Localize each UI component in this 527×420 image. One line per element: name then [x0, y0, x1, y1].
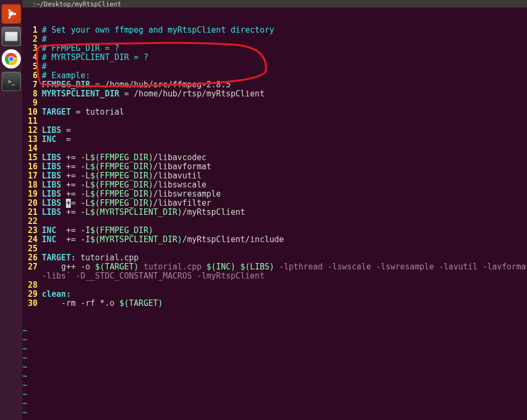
code-line[interactable]: 12LIBS =: [23, 126, 527, 135]
code-line[interactable]: 29clean:: [23, 290, 527, 299]
line-number: 4: [23, 53, 38, 62]
code-line[interactable]: 24INC += -I$(MYRTSPCLIENT_DIR)/myRtspCli…: [23, 235, 527, 244]
line-code: -libs` -D__STDC_CONSTANT_MACROS -lmyRtsp…: [38, 272, 527, 281]
line-code: #: [38, 35, 527, 44]
tilde-marker: ~: [23, 381, 27, 390]
empty-line: ~: [23, 363, 527, 372]
svg-point-6: [9, 57, 14, 62]
code-line[interactable]: 16LIBS += -L$(FFMPEG_DIR)/libavformat: [23, 162, 527, 171]
code-line[interactable]: 19LIBS += -L$(FFMPEG_DIR)/libswresample: [23, 190, 527, 199]
line-number: 3: [23, 44, 38, 53]
chrome-launcher-icon[interactable]: [2, 49, 21, 69]
code-line[interactable]: 30 -rm -rf *.o $(TARGET): [23, 299, 527, 308]
code-line[interactable]: 15LIBS += -L$(FFMPEG_DIR)/libavcodec: [23, 153, 527, 162]
tilde-marker: ~: [23, 372, 27, 381]
code-line[interactable]: 4# MYRTSPCLIENT_DIR = ?: [23, 53, 527, 62]
empty-line: ~: [23, 381, 527, 390]
line-number: 16: [23, 162, 38, 171]
code-line[interactable]: 18LIBS += -L$(FFMPEG_DIR)/libswscale: [23, 181, 527, 190]
empty-line: ~: [23, 326, 527, 335]
line-number: 2: [23, 35, 38, 44]
line-number: 10: [23, 108, 38, 117]
code-line[interactable]: 13INC =: [23, 135, 527, 144]
window-titlebar: :~/Desktop/myRtspClient: [0, 0, 527, 8]
svg-point-1: [14, 13, 16, 15]
text-cursor: +: [66, 199, 71, 208]
code-line[interactable]: 10TARGET = tutorial: [23, 108, 527, 117]
line-number: 13: [23, 135, 38, 144]
dash-icon[interactable]: [2, 4, 21, 24]
code-line[interactable]: 14: [23, 144, 527, 153]
files-launcher-icon[interactable]: [2, 27, 21, 46]
line-code: INC += -I$(MYRTSPCLIENT_DIR)/myRtspClien…: [38, 235, 527, 244]
line-number: 21: [23, 208, 38, 217]
code-line[interactable]: 2#: [23, 35, 527, 44]
line-number: 22: [23, 217, 38, 226]
vim-editor-area[interactable]: 1# Set your own ffmpeg and myRtspClient …: [23, 8, 527, 420]
code-line[interactable]: 7FFMPEG_DIR = /home/hub/src/ffmpeg-2.8.5: [23, 80, 527, 89]
line-code: g++ -o $(TARGET) tutorial.cpp $(INC) $(L…: [38, 262, 527, 272]
empty-line: ~: [23, 417, 527, 420]
code-line[interactable]: 11: [23, 117, 527, 126]
code-line[interactable]: 9: [23, 99, 527, 108]
svg-point-2: [8, 9, 10, 11]
line-code: LIBS += -L$(FFMPEG_DIR)/libavutil: [38, 171, 527, 181]
line-number: 6: [23, 71, 38, 80]
tilde-marker: ~: [23, 326, 27, 335]
line-code: LIBS += -L$(FFMPEG_DIR)/libavfilter: [38, 199, 527, 208]
tilde-marker: ~: [23, 399, 27, 408]
empty-line: ~: [23, 408, 527, 417]
line-number: 7: [23, 80, 38, 89]
tilde-marker: ~: [23, 335, 27, 344]
line-code: #: [38, 62, 527, 71]
line-number: 14: [23, 144, 38, 153]
line-number: 12: [23, 126, 38, 135]
terminal-launcher-icon[interactable]: [2, 72, 21, 91]
line-code: # Example:: [38, 71, 527, 80]
code-line[interactable]: 28: [23, 281, 527, 290]
line-code: TARGET: tutorial.cpp: [38, 253, 527, 262]
line-code: TARGET = tutorial: [38, 108, 527, 117]
code-line[interactable]: 6# Example:: [23, 71, 527, 80]
line-number: 15: [23, 153, 38, 162]
line-code: [38, 117, 527, 126]
code-line[interactable]: 26TARGET: tutorial.cpp: [23, 253, 527, 262]
code-line[interactable]: 21LIBS += -L$(MYRTSPCLIENT_DIR)/myRtspCl…: [23, 208, 527, 217]
line-number: 8: [23, 89, 38, 99]
line-number: 23: [23, 226, 38, 235]
line-number: 28: [23, 281, 38, 290]
line-number: 5: [23, 62, 38, 71]
line-number: 1: [23, 26, 38, 35]
code-line[interactable]: 17LIBS += -L$(FFMPEG_DIR)/libavutil: [23, 171, 527, 181]
tilde-marker: ~: [23, 354, 27, 363]
empty-line: ~: [23, 335, 527, 344]
code-line[interactable]: 27 g++ -o $(TARGET) tutorial.cpp $(INC) …: [23, 262, 527, 272]
line-number: 27: [23, 262, 38, 272]
code-line[interactable]: 20LIBS += -L$(FFMPEG_DIR)/libavfilter: [23, 199, 527, 208]
line-code: LIBS =: [38, 126, 527, 135]
empty-line: ~: [23, 399, 527, 408]
line-code: [38, 244, 527, 253]
empty-line: ~: [23, 372, 527, 381]
code-line[interactable]: 3# FFMPEG_DIR = ?: [23, 44, 527, 53]
code-line[interactable]: 23INC += -I$(FFMPEG_DIR): [23, 226, 527, 235]
code-line[interactable]: 1# Set your own ffmpeg and myRtspClient …: [23, 26, 527, 35]
line-code: [38, 99, 527, 108]
line-code: LIBS += -L$(FFMPEG_DIR)/libavcodec: [38, 153, 527, 162]
line-code: [38, 144, 527, 153]
code-line[interactable]: 25: [23, 244, 527, 253]
line-code: # Set your own ffmpeg and myRtspClient d…: [38, 26, 527, 35]
ubuntu-logo-icon: [5, 8, 18, 20]
svg-point-0: [10, 12, 13, 16]
code-line[interactable]: 5#: [23, 62, 527, 71]
line-code: LIBS += -L$(FFMPEG_DIR)/libswresample: [38, 190, 527, 199]
line-code: # MYRTSPCLIENT_DIR = ?: [38, 53, 527, 62]
titlebar-text: :~/Desktop/myRtspClient: [32, 1, 121, 8]
code-line[interactable]: 22: [23, 217, 527, 226]
line-number: 26: [23, 253, 38, 262]
line-code: -rm -rf *.o $(TARGET): [38, 299, 527, 308]
line-number: 30: [23, 299, 38, 308]
code-line[interactable]: -libs` -D__STDC_CONSTANT_MACROS -lmyRtsp…: [23, 272, 527, 281]
line-code: clean:: [38, 290, 527, 299]
code-line[interactable]: 8MYRTSPCLIENT_DIR = /home/hub/rtsp/myRts…: [23, 89, 527, 99]
